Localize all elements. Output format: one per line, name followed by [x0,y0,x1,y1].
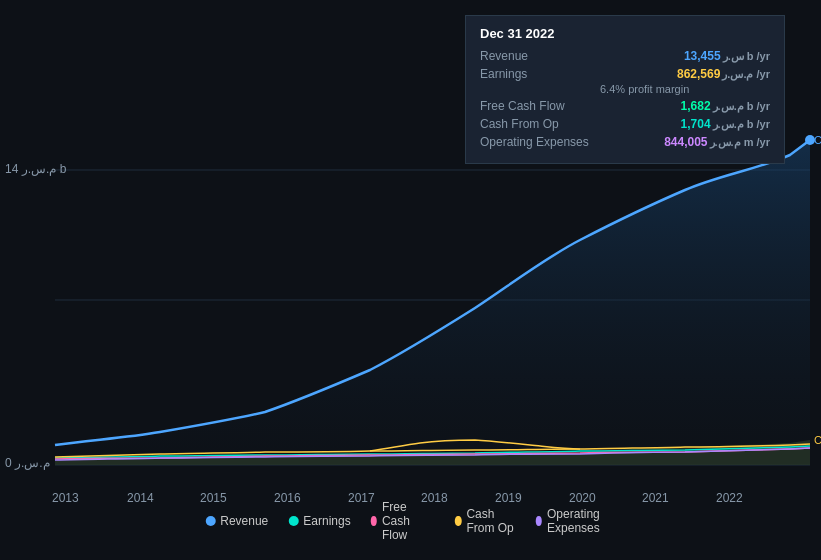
tooltip-label-cashfromop: Cash From Op [480,117,600,131]
legend-label-earnings: Earnings [303,514,350,528]
tooltip-value-fcf: 1,682م.س.ر b /yr [681,99,770,113]
legend-item-opex: Operating Expenses [536,507,616,535]
legend-label-cashfromop: Cash From Op [466,507,515,535]
tooltip-label-fcf: Free Cash Flow [480,99,600,113]
tooltip-value-earnings: 862,569م.س.ر /yr [677,67,770,81]
tooltip-row-opex: Operating Expenses 844,005م.س.ر m /yr [480,135,770,149]
tooltip-date: Dec 31 2022 [480,26,770,41]
tooltip-row-revenue: Revenue 13,455س.ر b /yr [480,49,770,63]
x-label-2022: 2022 [716,491,743,505]
tooltip-box: Dec 31 2022 Revenue 13,455س.ر b /yr Earn… [465,15,785,164]
tooltip-row-earnings: Earnings 862,569م.س.ر /yr [480,67,770,81]
tooltip-value-opex: 844,005م.س.ر m /yr [664,135,770,149]
legend-item-revenue: Revenue [205,514,268,528]
tooltip-label-opex: Operating Expenses [480,135,600,149]
tooltip-label-earnings: Earnings [480,67,600,81]
tooltip-label-revenue: Revenue [480,49,600,63]
svg-text:C: C [814,134,821,146]
chart-container: C C 14 م.س.ر b 0 م.س.ر 2013 2014 2015 20… [0,0,821,560]
legend-item-cashfromop: Cash From Op [455,507,516,535]
legend-label-fcf: Free Cash Flow [382,500,435,542]
legend-label-revenue: Revenue [220,514,268,528]
tooltip-value-cashfromop: 1,704م.س.ر b /yr [681,117,770,131]
legend-item-earnings: Earnings [288,514,350,528]
legend-item-fcf: Free Cash Flow [371,500,435,542]
legend-dot-opex [536,516,542,526]
svg-text:C: C [814,434,821,446]
y-axis-bottom-label: 0 م.س.ر [5,456,50,470]
legend-dot-revenue [205,516,215,526]
y-axis-top-label: 14 م.س.ر b [5,162,66,176]
legend-label-opex: Operating Expenses [547,507,616,535]
legend-dot-fcf [371,516,377,526]
chart-legend: Revenue Earnings Free Cash Flow Cash Fro… [205,500,616,542]
x-label-2013: 2013 [52,491,79,505]
x-label-2014: 2014 [127,491,154,505]
tooltip-row-fcf: Free Cash Flow 1,682م.س.ر b /yr [480,99,770,113]
legend-dot-earnings [288,516,298,526]
profit-margin: 6.4% profit margin [480,83,770,95]
tooltip-row-cashfromop: Cash From Op 1,704م.س.ر b /yr [480,117,770,131]
tooltip-value-revenue: 13,455س.ر b /yr [684,49,770,63]
legend-dot-cashfromop [455,516,461,526]
x-label-2021: 2021 [642,491,669,505]
